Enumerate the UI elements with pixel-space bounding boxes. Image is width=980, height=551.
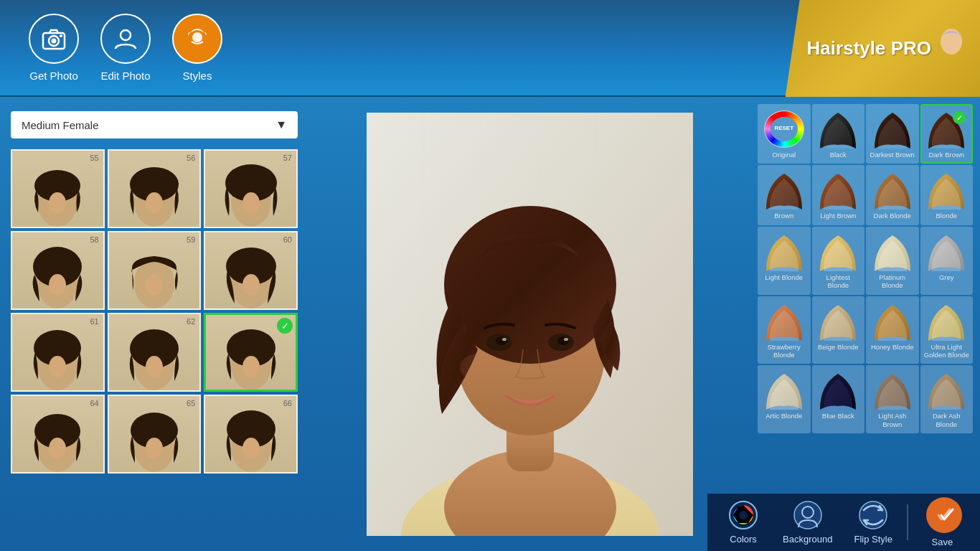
- style-checkmark-63: ✓: [277, 318, 293, 334]
- color-item-platinum-blonde[interactable]: Platinum Blonde: [866, 227, 919, 295]
- black-swatch: [816, 109, 859, 149]
- svg-point-15: [242, 192, 260, 214]
- style-item-55[interactable]: 55: [11, 149, 105, 228]
- svg-point-41: [242, 438, 260, 459]
- main-content: Medium Female ▼ 55: [0, 97, 980, 551]
- color-item-black[interactable]: Black: [812, 104, 865, 164]
- svg-point-54: [496, 336, 507, 345]
- style-item-66[interactable]: 66: [204, 395, 298, 474]
- color-item-blonde[interactable]: Blonde: [920, 165, 974, 225]
- lightest-blonde-swatch: [816, 232, 859, 271]
- darkest-brown-label: Darkest Brown: [870, 151, 915, 159]
- color-item-brown[interactable]: Brown: [758, 165, 811, 225]
- ultra-light-golden-swatch: [925, 301, 968, 341]
- color-item-artic-blonde[interactable]: Artic Blonde: [758, 365, 811, 433]
- color-item-dark-ash-blonde[interactable]: Dark Ash Blonde: [920, 365, 974, 433]
- svg-point-18: [49, 274, 66, 296]
- nav-get-photo[interactable]: Get Photo: [29, 14, 79, 82]
- color-item-light-ash-brown[interactable]: Light Ash Brown: [866, 365, 919, 433]
- style-item-64[interactable]: 64: [11, 395, 105, 474]
- save-icon-container: [923, 497, 962, 533]
- blue-black-label: Blue Black: [822, 412, 854, 420]
- style-number-64: 64: [90, 399, 98, 408]
- flip-style-label: Flip Style: [854, 534, 892, 545]
- black-label: Black: [830, 151, 847, 159]
- toolbar-colors-btn[interactable]: Colors: [715, 494, 772, 550]
- dark-brown-swatch: ✓: [925, 109, 968, 149]
- light-ash-brown-swatch: [871, 370, 914, 410]
- style-item-63[interactable]: ✓: [204, 313, 298, 392]
- light-brown-label: Light Brown: [820, 212, 856, 220]
- color-item-honey-blonde[interactable]: Honey Blonde: [866, 296, 919, 364]
- color-item-lightest-blonde[interactable]: Lightest Blonde: [812, 227, 865, 295]
- style-item-60[interactable]: 60: [204, 231, 298, 310]
- style-number-55: 55: [90, 154, 98, 162]
- photo-preview: [308, 97, 750, 551]
- svg-point-3: [60, 34, 62, 37]
- get-photo-icon: [29, 14, 79, 64]
- color-item-dark-blonde[interactable]: Dark Blonde: [866, 165, 919, 225]
- color-item-blue-black[interactable]: Blue Black: [812, 365, 865, 433]
- style-item-62[interactable]: 62: [108, 313, 202, 392]
- svg-point-59: [460, 353, 503, 382]
- color-item-darkest-brown[interactable]: Darkest Brown: [866, 104, 919, 164]
- colors-icon: [728, 500, 758, 530]
- save-icon: [926, 497, 962, 533]
- background-label: Background: [783, 534, 832, 545]
- dark-ash-blonde-swatch: [925, 370, 968, 410]
- svg-point-2: [52, 39, 57, 44]
- color-item-grey[interactable]: Grey: [920, 227, 974, 295]
- colors-label: Colors: [730, 534, 757, 545]
- style-item-57[interactable]: 57: [204, 149, 298, 228]
- dark-blonde-swatch: [871, 170, 914, 209]
- beige-blonde-swatch: [816, 301, 859, 341]
- app-logo: Hairstyle PRO: [786, 0, 980, 97]
- svg-point-56: [557, 336, 569, 345]
- svg-point-60: [557, 353, 600, 382]
- color-item-light-brown[interactable]: Light Brown: [812, 165, 865, 225]
- brown-label: Brown: [774, 212, 793, 220]
- style-item-59[interactable]: 59: [108, 231, 202, 310]
- svg-point-58: [564, 338, 568, 341]
- toolbar-flip-style-btn[interactable]: Flip Style: [843, 494, 903, 550]
- svg-point-26: [49, 356, 66, 377]
- platinum-blonde-label: Platinum Blonde: [870, 273, 915, 290]
- color-item-original[interactable]: RESET RESET Original: [758, 104, 811, 164]
- nav-edit-photo[interactable]: Edit Photo: [100, 14, 151, 82]
- style-grid: 55 56: [11, 149, 298, 474]
- blonde-swatch: [925, 170, 968, 209]
- style-number-61: 61: [90, 317, 98, 326]
- styles-panel: Medium Female ▼ 55: [0, 97, 308, 551]
- style-number-59: 59: [187, 235, 195, 244]
- style-category-dropdown[interactable]: Medium Female ▼: [11, 111, 298, 138]
- style-number-57: 57: [283, 154, 292, 162]
- grey-label: Grey: [939, 273, 954, 281]
- colors-grid: RESET RESET Original: [758, 104, 973, 433]
- svg-point-35: [49, 438, 66, 459]
- strawberry-blonde-label: Strawberry Blonde: [761, 343, 807, 359]
- toolbar-save-btn[interactable]: Save: [912, 491, 973, 551]
- color-item-dark-brown[interactable]: ✓ Dark Brown: [920, 104, 974, 164]
- svg-point-20: [146, 274, 163, 296]
- color-item-light-blonde[interactable]: Light Blonde: [758, 227, 811, 295]
- color-item-beige-blonde[interactable]: Beige Blonde: [812, 296, 865, 364]
- style-item-65[interactable]: 65: [108, 395, 202, 474]
- toolbar-background-btn[interactable]: Background: [772, 494, 843, 550]
- header: Get Photo Edit Photo Styles: [0, 0, 980, 97]
- svg-point-32: [242, 356, 260, 377]
- color-item-ultra-light-golden[interactable]: Ultra Light Golden Blonde: [920, 296, 974, 364]
- style-item-61[interactable]: 61: [11, 313, 105, 392]
- save-label: Save: [932, 537, 953, 547]
- style-number-60: 60: [283, 235, 292, 244]
- app-title: Hairstyle PRO: [807, 37, 931, 60]
- style-item-58[interactable]: 58: [11, 231, 105, 310]
- color-item-strawberry-blonde[interactable]: Strawberry Blonde: [758, 296, 811, 364]
- blonde-label: Blonde: [936, 212, 957, 220]
- svg-point-29: [146, 356, 163, 377]
- nav-styles[interactable]: Styles: [172, 14, 222, 82]
- dark-brown-label: Dark Brown: [928, 151, 964, 159]
- style-item-56[interactable]: 56: [108, 149, 202, 228]
- toolbar-divider: [907, 504, 908, 540]
- flip-style-icon: [858, 500, 888, 530]
- original-swatch: RESET RESET: [763, 109, 806, 149]
